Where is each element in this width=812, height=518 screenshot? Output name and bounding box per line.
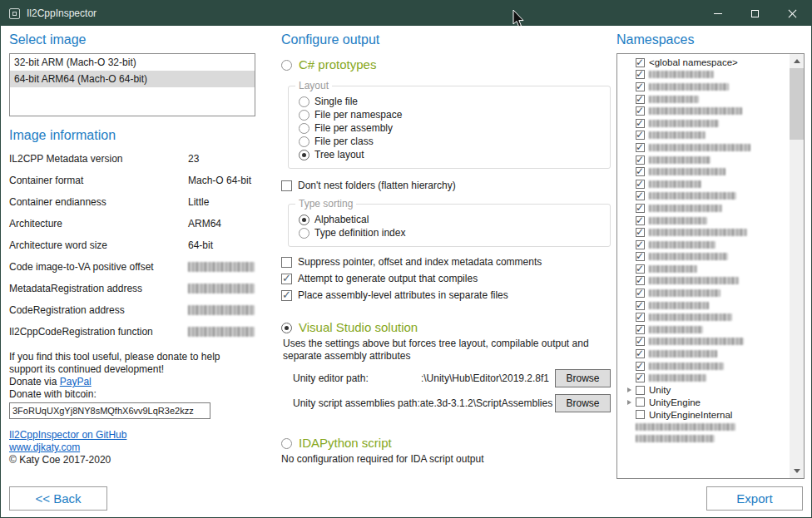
namespace-row[interactable]	[617, 215, 804, 227]
namespace-row[interactable]	[617, 130, 804, 142]
namespace-row[interactable]	[617, 202, 804, 215]
scrollbar-thumb[interactable]	[790, 68, 804, 140]
output-checkbox-row[interactable]: Attempt to generate output that compiles	[281, 272, 611, 285]
namespace-checkbox[interactable]	[636, 301, 645, 310]
layout-option[interactable]: Tree layout	[299, 148, 602, 161]
namespace-row[interactable]: UnityEngineInternal	[617, 408, 804, 421]
namespace-checkbox[interactable]	[636, 252, 645, 261]
namespace-checkbox[interactable]	[636, 180, 645, 189]
layout-option[interactable]: Single file	[299, 95, 602, 108]
namespace-checkbox[interactable]	[636, 397, 645, 407]
idapython-radio[interactable]	[281, 438, 292, 449]
expander-icon[interactable]	[622, 387, 636, 392]
namespace-row[interactable]	[617, 336, 804, 348]
flatten-checkbox-row[interactable]: Don't nest folders (flatten hierarchy)	[281, 179, 611, 192]
output-checkbox[interactable]	[281, 290, 292, 301]
vs-solution-option[interactable]: Visual Studio solution	[281, 320, 611, 335]
unity-script-path-value[interactable]: ate.3d-3.1.2\ScriptAssemblies	[420, 397, 555, 409]
scrollbar-up-icon[interactable]	[790, 54, 804, 68]
close-button[interactable]	[774, 1, 811, 26]
namespace-row[interactable]	[617, 263, 804, 275]
namespace-row[interactable]	[617, 323, 804, 336]
type-sorting-option[interactable]: Type definition index	[299, 226, 602, 239]
minimize-button[interactable]	[699, 1, 736, 26]
layout-radio[interactable]	[299, 110, 309, 121]
paypal-link[interactable]: PayPal	[60, 376, 92, 387]
namespaces-list[interactable]: <global namespace>UnityUnityEngineUnityE…	[616, 53, 805, 479]
type-sorting-radio[interactable]	[299, 215, 309, 225]
namespace-row[interactable]	[617, 190, 804, 203]
namespace-checkbox[interactable]	[636, 155, 645, 165]
type-sorting-option[interactable]: Alphabetical	[299, 213, 602, 226]
namespace-row[interactable]	[617, 239, 804, 251]
unity-editor-path-value[interactable]: :\Unity\Hub\Editor\2019.2.8f1	[369, 372, 555, 384]
namespace-checkbox[interactable]	[636, 95, 645, 104]
namespace-checkbox[interactable]	[636, 58, 645, 67]
scrollbar-down-icon[interactable]	[790, 464, 804, 478]
namespace-checkbox[interactable]	[636, 191, 645, 200]
expander-icon[interactable]	[622, 400, 636, 405]
github-link[interactable]: Il2CppInspector on GitHub	[9, 429, 126, 441]
namespace-row[interactable]	[617, 299, 804, 312]
unity-editor-browse-button[interactable]: Browse	[555, 369, 611, 387]
namespace-checkbox[interactable]	[636, 204, 645, 213]
layout-radio[interactable]	[299, 136, 309, 147]
output-checkbox[interactable]	[281, 257, 292, 268]
namespace-row[interactable]	[617, 69, 804, 81]
namespace-row[interactable]	[617, 432, 804, 445]
namespace-checkbox[interactable]	[636, 70, 645, 79]
namespace-row[interactable]	[617, 105, 804, 117]
layout-radio[interactable]	[299, 96, 309, 107]
namespace-row[interactable]	[617, 421, 804, 433]
namespace-checkbox[interactable]	[636, 276, 645, 285]
namespace-row[interactable]	[617, 154, 804, 166]
namespace-checkbox[interactable]	[636, 119, 645, 128]
namespace-row[interactable]	[617, 178, 804, 190]
namespace-checkbox[interactable]	[636, 240, 645, 249]
namespace-checkbox[interactable]	[636, 82, 645, 91]
idapython-option[interactable]: IDAPython script	[281, 436, 611, 451]
output-checkbox[interactable]	[281, 274, 292, 284]
maximize-button[interactable]	[736, 1, 774, 26]
namespace-row[interactable]	[617, 251, 804, 264]
namespace-row[interactable]	[617, 226, 804, 239]
website-link[interactable]: www.djkaty.com	[9, 442, 80, 453]
layout-radio[interactable]	[299, 123, 309, 134]
output-checkbox-row[interactable]: Suppress pointer, offset and index metad…	[281, 255, 611, 269]
type-sorting-radio[interactable]	[299, 228, 309, 239]
vs-solution-radio[interactable]	[281, 323, 292, 333]
csharp-prototypes-option[interactable]: C# prototypes	[281, 57, 611, 72]
export-button[interactable]: Export	[706, 486, 803, 511]
namespace-checkbox[interactable]	[636, 362, 645, 371]
bitcoin-address-input[interactable]	[9, 402, 210, 419]
namespace-row[interactable]: <global namespace>	[617, 57, 804, 69]
image-list-item[interactable]: 32-bit ARM (Mach-O 32-bit)	[10, 54, 255, 71]
namespace-row[interactable]	[617, 165, 804, 178]
namespace-row[interactable]	[617, 311, 804, 323]
layout-radio[interactable]	[299, 150, 309, 160]
namespace-checkbox[interactable]	[636, 167, 645, 176]
namespace-row[interactable]: Unity	[617, 384, 804, 397]
namespace-row[interactable]	[617, 93, 804, 106]
flatten-checkbox[interactable]	[281, 180, 292, 191]
back-button[interactable]: << Back	[9, 486, 107, 511]
namespace-row[interactable]	[617, 287, 804, 299]
namespace-checkbox[interactable]	[636, 410, 645, 419]
unity-script-browse-button[interactable]: Browse	[555, 394, 611, 412]
namespace-checkbox[interactable]	[636, 325, 645, 334]
namespace-checkbox[interactable]	[636, 106, 645, 116]
namespaces-scrollbar[interactable]	[790, 54, 804, 478]
namespace-row[interactable]	[617, 141, 804, 154]
image-list-item[interactable]: 64-bit ARM64 (Mach-O 64-bit)	[10, 71, 255, 87]
namespace-checkbox[interactable]	[636, 349, 645, 358]
namespace-checkbox[interactable]	[636, 313, 645, 322]
namespace-checkbox[interactable]	[636, 264, 645, 274]
namespace-row[interactable]	[617, 372, 804, 384]
namespace-row[interactable]	[617, 348, 804, 360]
output-checkbox-row[interactable]: Place assembly-level attributes in separ…	[281, 289, 611, 302]
namespace-checkbox[interactable]	[636, 386, 645, 395]
namespace-row[interactable]	[617, 81, 804, 93]
image-list[interactable]: 32-bit ARM (Mach-O 32-bit)64-bit ARM64 (…	[9, 53, 255, 116]
namespace-checkbox[interactable]	[636, 289, 645, 298]
layout-option[interactable]: File per namespace	[299, 108, 602, 121]
